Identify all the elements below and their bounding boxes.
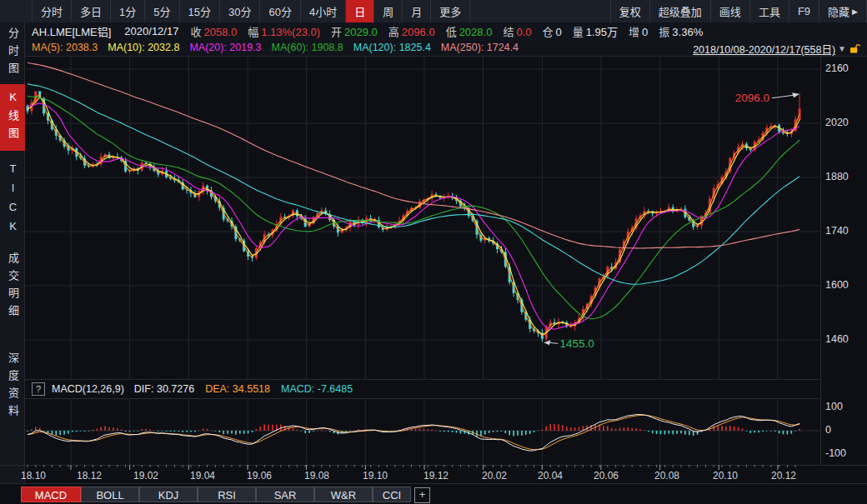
indicator-tab-sar[interactable]: SAR (256, 487, 314, 502)
period-tab-4hour[interactable]: 4小时 (301, 0, 346, 22)
field-volume: 量1.95万 (573, 23, 618, 39)
help-icon[interactable]: ? (32, 382, 45, 396)
high-price-annotation: 2096.0 (735, 92, 769, 104)
macd-title: MACD(12,26,9) (52, 383, 124, 395)
symbol-name: AH.LME[LME铝] (32, 23, 111, 39)
field-low: 低2028.0 (446, 23, 493, 39)
price-axis-label: 2020 (825, 117, 849, 128)
macd-dea: DEA: 34.5518 (205, 383, 270, 395)
indicator-tab-cci[interactable]: CCI (373, 487, 411, 502)
period-tab-60min[interactable]: 60分 (260, 0, 300, 22)
ma250-value: MA(250): 1724.4 (441, 42, 519, 53)
field-open: 开2029.0 (331, 23, 378, 39)
low-price-annotation: 1455.0 (559, 337, 594, 350)
macd-axis-label: 100 (825, 401, 843, 412)
time-axis-label: 18.10 (21, 470, 46, 482)
quote-info-bar: AH.LME[LME铝] 2020/12/17 收2058.0 幅1.13%(2… (0, 22, 867, 39)
macd-axis-label: -100 (825, 447, 846, 459)
period-tab-more[interactable]: 更多 (431, 0, 470, 22)
chevron-down-icon: ▼ (838, 44, 846, 53)
period-tab-duori[interactable]: 多日 (72, 0, 111, 22)
unlock-icon[interactable] (849, 43, 860, 54)
indicator-tab-boll[interactable]: BOLL (81, 487, 139, 502)
time-axis-label: 20.04 (538, 470, 563, 482)
ma20-value: MA(20): 2019.3 (189, 42, 261, 53)
macd-header: ? MACD(12,26,9) DIF: 30.7276 DEA: 34.551… (25, 379, 821, 399)
period-tab-30min[interactable]: 30分 (220, 0, 260, 22)
time-axis-label: 19.04 (190, 470, 215, 482)
sidebar-item-timeline-chart[interactable]: 分时图 (0, 27, 25, 80)
date-range-label: 2018/10/08-2020/12/17(558日) (693, 41, 835, 57)
time-axis-label: 19.02 (133, 470, 158, 482)
macd-axis-label: 0 (825, 424, 831, 436)
period-tab-daily[interactable]: 日 (346, 0, 374, 22)
time-axis: 18.1018.1219.0219.0419.0619.0819.1019.12… (0, 465, 867, 483)
time-axis-label: 20.06 (594, 470, 619, 482)
macd-dif: DIF: 30.7276 (134, 383, 194, 395)
indicator-tabs: MACD BOLL KDJ RSI SAR W&R CCI + (0, 483, 867, 504)
field-high: 高2096.0 (388, 23, 435, 39)
time-axis-label: 20.10 (713, 470, 738, 482)
chart-type-sidebar: 分时图 K线图 TICK 成交明细 深度资料 (0, 22, 25, 483)
time-axis-label: 19.12 (423, 470, 449, 482)
ma120-value: MA(120): 1825.4 (353, 42, 431, 53)
period-tab-fenshi[interactable]: 分时 (33, 0, 72, 22)
add-indicator-button[interactable]: + (414, 487, 430, 503)
quote-date: 2020/12/17 (124, 25, 178, 37)
field-openinterest: 仓0 (543, 23, 562, 39)
period-tab-5min[interactable]: 5分 (145, 0, 179, 22)
indicator-tab-macd[interactable]: MACD (21, 487, 81, 502)
period-tab-15min[interactable]: 15分 (180, 0, 220, 22)
time-axis-label: 19.10 (363, 470, 388, 482)
adjust-price-button[interactable]: 复权 (610, 0, 650, 22)
sidebar-item-tick[interactable]: TICK (0, 162, 25, 239)
date-range-selector[interactable]: 2018/10/08-2020/12/17(558日) ▼ (693, 41, 860, 57)
price-axis-label: 1460 (825, 333, 849, 345)
field-oi-change: 增0 (629, 23, 648, 39)
price-axis-label: 1600 (825, 279, 849, 291)
price-axis-label: 1740 (825, 225, 849, 237)
field-settle: 结0.0 (503, 23, 531, 39)
sidebar-item-kline-chart[interactable]: K线图 (0, 84, 25, 151)
macd-value: MACD: -7.6485 (281, 383, 353, 395)
tool-buttons: 复权 超级叠加 画线 工具 F9 隐藏 ▶ (610, 0, 867, 22)
ma10-value: MA(10): 2032.8 (108, 42, 179, 53)
toolbar-spacer (470, 0, 610, 22)
period-tabs: 分时 多日 1分 5分 15分 30分 60分 4小时 日 周 月 更多 (0, 0, 470, 22)
ma5-value: MA(5): 2038.3 (32, 42, 98, 53)
time-axis-label: 20.12 (771, 470, 796, 482)
draw-line-button[interactable]: 画线 (711, 0, 750, 22)
sidebar-item-trade-detail[interactable]: 成交明细 (0, 252, 25, 322)
f9-button[interactable]: F9 (789, 0, 819, 22)
price-axis-label: 1880 (825, 171, 849, 182)
indicator-tab-rsi[interactable]: RSI (198, 487, 256, 502)
field-close: 收2058.0 (190, 23, 237, 39)
indicator-tab-kdj[interactable]: KDJ (139, 487, 198, 502)
field-change: 幅1.13%(23.0) (248, 23, 320, 39)
toolbar-lead-spacer (0, 0, 33, 22)
period-tab-1min[interactable]: 1分 (111, 0, 145, 22)
price-axis-label: 2160 (825, 62, 849, 74)
time-axis-label: 19.08 (304, 470, 329, 482)
price-axis: 2160202018801740160014601000-100 (821, 57, 867, 465)
hide-button[interactable]: 隐藏 ▶ (819, 0, 867, 22)
tools-button[interactable]: 工具 (750, 0, 789, 22)
kline-chart-canvas[interactable]: 1455.02096.0 (25, 57, 821, 465)
super-overlay-button[interactable]: 超级叠加 (650, 0, 711, 22)
expand-right-icon: ▶ (852, 7, 858, 16)
period-tab-month[interactable]: 月 (403, 0, 431, 22)
time-axis-label: 18.12 (77, 470, 102, 482)
ma-value-bar: MA(5): 2038.3 MA(10): 2032.8 MA(20): 201… (0, 39, 867, 57)
hide-button-label: 隐藏 (828, 3, 849, 19)
time-axis-label: 19.06 (247, 470, 272, 482)
time-axis-label: 20.02 (482, 470, 507, 482)
toolbar: 分时 多日 1分 5分 15分 30分 60分 4小时 日 周 月 更多 复权 … (0, 0, 867, 23)
ma60-value: MA(60): 1908.8 (272, 42, 343, 53)
period-tab-week[interactable]: 周 (374, 0, 403, 22)
time-axis-label: 20.08 (654, 470, 679, 482)
sidebar-item-depth-info[interactable]: 深度资料 (0, 352, 25, 422)
indicator-tab-wr[interactable]: W&R (314, 487, 373, 502)
field-amplitude: 振3.36% (659, 23, 703, 39)
